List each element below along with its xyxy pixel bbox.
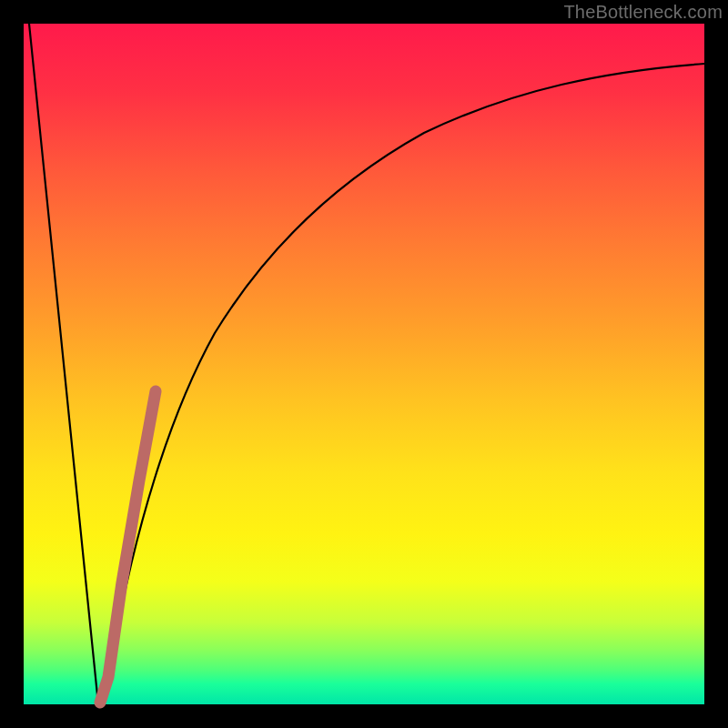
curve-layer (24, 24, 704, 704)
chart-frame: TheBottleneck.com (0, 0, 728, 728)
plot-area (24, 24, 704, 704)
highlight-segment-path (100, 391, 156, 703)
bottleneck-curve-path (29, 24, 704, 704)
watermark-text: TheBottleneck.com (563, 2, 723, 23)
